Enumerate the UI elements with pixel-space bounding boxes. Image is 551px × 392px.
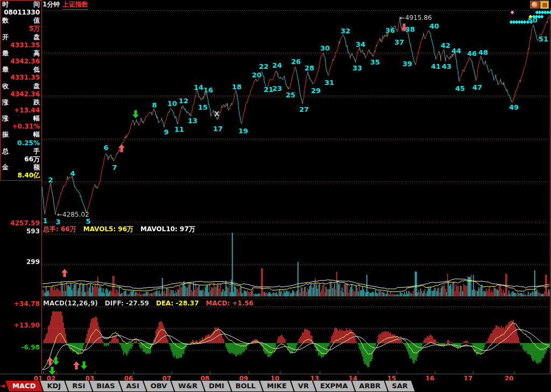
info-label-7: 涨跌 [1, 98, 41, 106]
window-icon[interactable] [540, 1, 549, 9]
sun-icon[interactable] [530, 1, 539, 9]
tab-sar[interactable]: SAR [385, 381, 414, 391]
wave-label-2: 2 [48, 176, 53, 184]
wave-label-14: 14 [194, 83, 203, 91]
tab-obv[interactable]: OBV [144, 381, 174, 391]
wave-label-46: 46 [467, 49, 477, 58]
info-value-2: 5万 [1, 25, 41, 33]
info-label-6: 收盘 [1, 82, 41, 90]
info-value-11: 8.40亿 [1, 172, 41, 180]
volume-pane-header-item: MAVOL10: 97万 [140, 225, 195, 233]
tab-arbr[interactable]: ARBR [352, 381, 387, 391]
info-value-5: 4331.35 [1, 74, 41, 82]
wave-label-7: 7 [112, 163, 117, 172]
price-axis-label-1: 4257.59 [0, 219, 40, 227]
info-label-3: 开盘 [1, 33, 41, 41]
volume-pane-header-item: 总手: 66万 [43, 225, 76, 233]
volume-axis-label-1: 299 [0, 258, 40, 266]
tab-asi[interactable]: ASI [119, 381, 146, 391]
wave-label-26: 26 [291, 58, 301, 66]
wave-label-43: 43 [442, 62, 451, 70]
wave-label-48: 48 [478, 48, 488, 56]
macd-pane-header-item: MACD: +1.56 [206, 300, 254, 307]
wave-label-5: 5 [86, 217, 90, 225]
wave-label-25: 25 [286, 91, 295, 99]
info-value-9: 0.25% [1, 139, 41, 147]
macd-pane-header-item: MACD(12,26,9) [43, 300, 98, 307]
wave-label-12: 12 [179, 97, 188, 105]
macd-axis-label-0: +34.78 [0, 300, 40, 308]
tab-vr[interactable]: VR [291, 381, 316, 391]
info-value-10: 66万 [1, 155, 41, 163]
info-label-1: 时间 [1, 1, 41, 9]
tab-dmi[interactable]: DMI [202, 381, 231, 391]
wave-label-35: 35 [370, 58, 380, 66]
quote-info-panel: 时间08011330数值5万开盘4331.35最高4342.36最低4331.3… [0, 0, 42, 181]
wave-label-31: 31 [324, 79, 334, 87]
info-value-4: 4342.36 [1, 58, 41, 66]
wave-label-24: 24 [272, 61, 282, 69]
wave-label-32: 32 [341, 27, 350, 35]
symbol-label[interactable]: 上证指数 [62, 0, 88, 10]
wave-label-51: 51 [539, 35, 548, 43]
wave-label-10: 10 [167, 99, 177, 108]
wave-label-6: 6 [103, 144, 108, 152]
info-label-11: 金额 [1, 163, 41, 172]
wave-label-42: 42 [441, 41, 450, 49]
wave-label-45: 45 [455, 84, 465, 92]
tab-wr[interactable]: W&R [171, 381, 204, 391]
wave-label-X: X [214, 110, 220, 118]
volume-axis-label-0: 593 [0, 227, 40, 235]
macd-axis-label-2: -6.98 [0, 344, 40, 351]
wave-label-36: 36 [385, 26, 395, 34]
wave-label-1: 1 [43, 217, 47, 225]
price-annotation-1: ←4285.02 [57, 211, 89, 218]
wave-label-9: 9 [164, 128, 168, 136]
tab-mike[interactable]: MIKE [260, 381, 294, 391]
tab-expma[interactable]: EXPMA [313, 381, 355, 391]
tab-bias[interactable]: BIAS [89, 381, 122, 391]
wave-label-28: 28 [305, 64, 314, 72]
tab-boll[interactable]: BOLL [229, 381, 263, 391]
volume-pane-header-item: MAVOL5: 96万 [83, 225, 133, 233]
tab-rsi[interactable]: RSI [65, 381, 92, 391]
wave-label-49: 49 [509, 103, 519, 111]
info-value-3: 4331.35 [1, 41, 41, 49]
wave-label-47: 47 [472, 83, 482, 91]
period-label[interactable]: 1分钟 [43, 0, 60, 9]
wave-label-4: 4 [70, 169, 75, 177]
wave-label-8: 8 [152, 101, 157, 109]
wave-label-16: 16 [203, 86, 213, 94]
window-icon-glyph [541, 2, 548, 9]
tab-macd[interactable]: MACD [5, 381, 43, 391]
wave-label-23: 23 [272, 84, 282, 92]
macd-axis-label-1: +13.90 [0, 322, 40, 329]
wave-label-27: 27 [299, 105, 309, 113]
wave-label-29: 29 [311, 87, 321, 95]
wave-label-40: 40 [429, 22, 439, 30]
info-value-6: 4342.36 [1, 90, 41, 98]
info-value-1: 08011330 [1, 9, 41, 17]
wave-label-37: 37 [394, 38, 404, 46]
wave-label-39: 39 [402, 60, 412, 68]
info-value-7: +13.44 [1, 106, 41, 115]
info-label-5: 最低 [1, 66, 41, 74]
info-label-8: 涨幅 [1, 115, 41, 123]
info-label-9: 振幅 [1, 131, 41, 139]
macd-pane-header: MACD(12,26,9)DIFF: -27.59DEA: -28.37MACD… [43, 300, 260, 307]
wave-label-22: 22 [259, 62, 269, 70]
wave-label-33: 33 [352, 64, 362, 72]
wave-label-30: 30 [320, 44, 330, 52]
macd-pane-header-item: DEA: -28.37 [156, 300, 199, 307]
tab-kdj[interactable]: KDJ [40, 381, 68, 391]
indicator-tab-bar: ◄ MACDKDJRSIBIASASIOBVW&RDMIBOLLMIKEVREX… [0, 380, 551, 392]
info-label-10: 总手 [1, 147, 41, 155]
wave-label-38: 38 [405, 25, 415, 33]
wave-label-11: 11 [174, 125, 184, 133]
volume-pane-header: 总手: 66万MAVOL5: 96万MAVOL10: 97万 [43, 225, 202, 234]
tab-scroll-left-arrow[interactable]: ◄ [0, 380, 5, 391]
info-label-2: 数值 [1, 17, 41, 25]
wave-label-13: 13 [188, 117, 197, 125]
chart-canvas[interactable] [0, 0, 551, 392]
info-label-4: 最高 [1, 49, 41, 58]
